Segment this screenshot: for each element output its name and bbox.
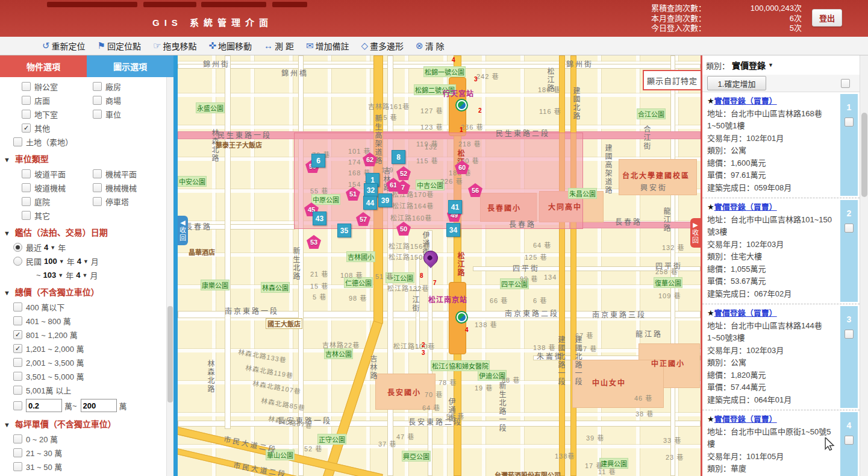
filter-option[interactable]: 商場 (93, 93, 164, 107)
filter-option[interactable]: 400 萬以下 (13, 300, 173, 314)
filter-option[interactable]: 5,001萬 以上 (13, 383, 173, 397)
checkbox[interactable] (93, 169, 102, 178)
checkbox[interactable] (13, 401, 22, 410)
relocate-button[interactable]: ↺重新定位 (42, 40, 86, 52)
checkbox[interactable] (13, 358, 22, 367)
panel-scrollbar[interactable] (860, 55, 868, 476)
radio-roc[interactable] (13, 257, 22, 266)
drag-point-button[interactable]: ☞拖曳移點 (153, 40, 196, 52)
filter-option[interactable]: ✓其他 (22, 121, 93, 135)
checkbox[interactable]: ✓ (22, 124, 31, 133)
checkbox[interactable] (22, 82, 31, 91)
checkbox[interactable] (13, 302, 22, 312)
entry-checkbox[interactable] (845, 224, 854, 233)
filter-option[interactable]: ✓801 ~ 1,200 萬 (13, 328, 173, 342)
map-canvas[interactable]: ◀收回 ▶收回 顯示自訂特定 錦州街錦州橋錦州街民生東路一段民生東路二段長春路長… (178, 55, 701, 476)
from-year-select[interactable]: 100▼ (44, 257, 64, 266)
checkbox[interactable] (93, 110, 102, 119)
checkbox[interactable] (13, 434, 22, 443)
checkbox[interactable] (93, 96, 102, 105)
filter-option[interactable]: 31 ~ 50 萬 (13, 460, 173, 474)
entry-link[interactable]: 實價登錄（買賣） (714, 415, 777, 424)
filter-option[interactable]: 0 ~ 20 萬 (13, 432, 173, 446)
checkbox[interactable] (13, 372, 22, 381)
checkbox[interactable] (22, 211, 31, 220)
filter-option[interactable]: 機械機械 (93, 181, 164, 195)
measure-button[interactable]: ↔測 距 (264, 40, 294, 52)
filter-option[interactable]: 地下室 (22, 107, 93, 121)
checkbox[interactable] (13, 316, 22, 325)
map-marker-square[interactable]: 6 (311, 154, 325, 168)
filter-option[interactable]: 21 ~ 30 萬 (13, 446, 173, 460)
tab-icon-options[interactable]: 圖示選項 (87, 55, 173, 77)
filter-option[interactable]: 其它 (22, 208, 93, 222)
checkbox[interactable] (93, 183, 102, 192)
checkbox[interactable] (93, 197, 102, 206)
filter-option[interactable]: 土地（素地） (13, 135, 173, 149)
date-roc-option[interactable]: 民國100▼年4▼月 (13, 254, 173, 268)
scrollbar-thumb[interactable] (167, 306, 173, 402)
custom-price-range[interactable]: 萬 ~ 萬 (13, 397, 173, 414)
recent-year-select[interactable]: 4▼ (44, 243, 55, 252)
filter-option[interactable]: 3,501 ~ 5,000 萬 (13, 369, 173, 383)
checkbox[interactable] (22, 197, 31, 206)
filter-option[interactable]: ✓1,201 ~ 2,000 萬 (13, 342, 173, 355)
checkbox[interactable] (13, 462, 22, 471)
tab-object-options[interactable]: 物件選項 (0, 55, 87, 77)
entry-checkbox[interactable] (845, 117, 854, 127)
collapse-right-tab[interactable]: ▶收回 (690, 218, 701, 248)
to-year-select[interactable]: 103▼ (43, 271, 64, 280)
return-point-button[interactable]: ⚑回定位點 (98, 40, 141, 52)
checkbox[interactable] (13, 386, 22, 395)
map-marker-square[interactable]: 44 (363, 196, 377, 210)
add-note-button[interactable]: ✉增加備註 (306, 40, 349, 52)
entry-link[interactable]: 實價登錄（買賣） (714, 202, 777, 211)
filter-option[interactable]: 庭院 (22, 195, 93, 208)
checkbox[interactable]: ✓ (13, 330, 22, 339)
map-marker-square[interactable]: 43 (313, 211, 326, 225)
radio-recent[interactable] (13, 243, 22, 252)
scrollbar-thumb[interactable] (861, 113, 867, 197)
checkbox[interactable] (13, 137, 22, 146)
clear-button[interactable]: ⊗清 除 (416, 40, 444, 52)
checkbox[interactable] (22, 96, 31, 105)
map-marker-square[interactable]: 35 (337, 224, 351, 237)
sidebar-scrollbar[interactable] (166, 77, 173, 476)
show-custom-area-button[interactable]: 顯示自訂特定 (643, 70, 701, 90)
filter-option[interactable]: 車位 (93, 107, 164, 121)
select-all-checkbox[interactable] (841, 79, 850, 88)
category-dropdown[interactable]: 實價登錄 (732, 59, 766, 71)
map-marker-square[interactable]: 39 (378, 193, 392, 207)
filter-option[interactable]: 機械平面 (93, 167, 164, 181)
map-marker-square[interactable]: 41 (448, 200, 462, 214)
logout-button[interactable]: 登出 (812, 9, 842, 27)
map-marker-square[interactable]: 32 (364, 183, 378, 197)
checkbox[interactable] (93, 82, 102, 91)
map-marker-square[interactable]: 8 (392, 150, 405, 164)
checkbox[interactable] (22, 169, 31, 178)
filter-option[interactable]: 401 ~ 800 萬 (13, 314, 173, 328)
confirm-add-button[interactable]: 1.確定增加 (707, 76, 766, 90)
filter-option[interactable]: 51 ~ 70 萬 (13, 474, 173, 476)
to-month-select[interactable]: 4▼ (76, 271, 87, 280)
entry-checkbox[interactable] (845, 330, 854, 339)
filter-option[interactable]: 2,001 ~ 3,500 萬 (13, 355, 173, 369)
entry-link[interactable]: 實價登錄（買賣） (714, 96, 777, 105)
checkbox[interactable] (22, 183, 31, 192)
filter-option[interactable]: 停車塔 (93, 195, 164, 208)
filter-option[interactable]: 辦公室 (22, 80, 93, 93)
collapse-left-tab[interactable]: ◀收回 (178, 216, 188, 245)
filter-option[interactable]: 廠房 (93, 80, 164, 93)
date-recent-option[interactable]: 最近4▼年 (13, 240, 173, 254)
filter-option[interactable]: 坡道機械 (22, 181, 93, 195)
from-month-select[interactable]: 4▼ (77, 257, 89, 266)
pan-map-button[interactable]: ✜地圖移動 (208, 40, 252, 52)
checkbox[interactable]: ✓ (13, 344, 22, 353)
checkbox[interactable] (13, 448, 22, 457)
price-min-input[interactable] (26, 399, 62, 412)
checkbox[interactable] (22, 110, 31, 119)
map-marker-pentagon[interactable]: 53 (307, 235, 321, 249)
filter-option[interactable]: 坡道平面 (22, 167, 93, 181)
price-max-input[interactable] (81, 399, 117, 412)
entry-link[interactable]: 實價登錄（買賣） (714, 308, 777, 318)
